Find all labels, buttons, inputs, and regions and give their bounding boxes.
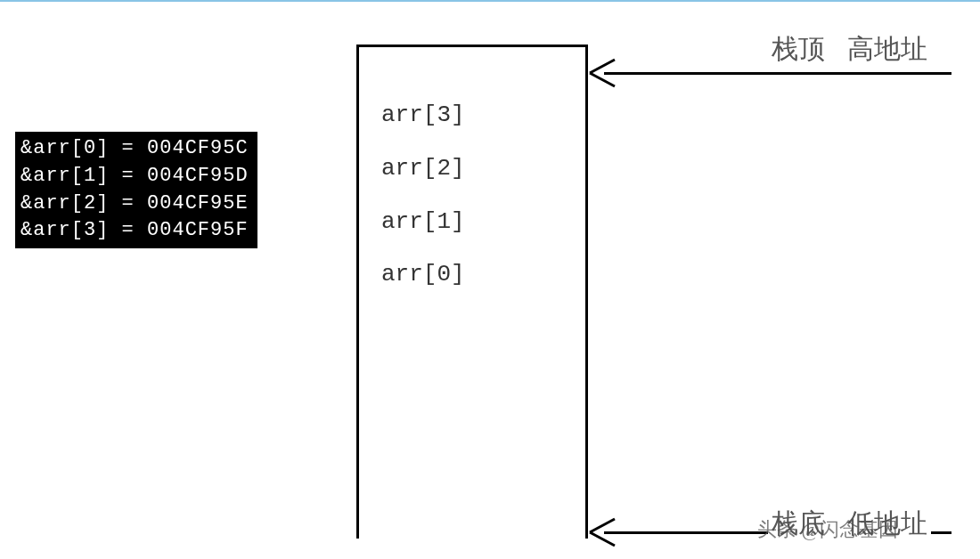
terminal-row: &arr[0] = 004CF95C [20,135,249,163]
svg-line-2 [590,519,615,532]
label-top-left: 栈顶 [772,34,825,63]
svg-line-3 [590,532,615,546]
terminal-output: &arr[0] = 004CF95C &arr[1] = 004CF95D &a… [15,132,257,248]
svg-line-1 [590,73,615,86]
terminal-row: &arr[3] = 004CF95F [20,217,249,245]
stack-item: arr[2] [381,142,465,196]
svg-line-0 [590,60,615,73]
watermark: 头条 @闪念基因 [757,516,898,543]
label-top-right: 高地址 [847,34,927,63]
stack-item: arr[0] [381,248,465,302]
terminal-row: &arr[1] = 004CF95D [20,163,249,190]
stack-items: arr[3] arr[2] arr[1] arr[0] [381,89,465,302]
stack-item: arr[1] [381,196,465,249]
terminal-row: &arr[2] = 004CF95E [20,190,249,218]
top-border [0,0,980,2]
arrow-left-icon [588,58,618,88]
stack-item: arr[3] [381,89,465,142]
arrow-left-icon [588,517,618,547]
label-stack-top: 栈顶 高地址 [768,31,931,68]
